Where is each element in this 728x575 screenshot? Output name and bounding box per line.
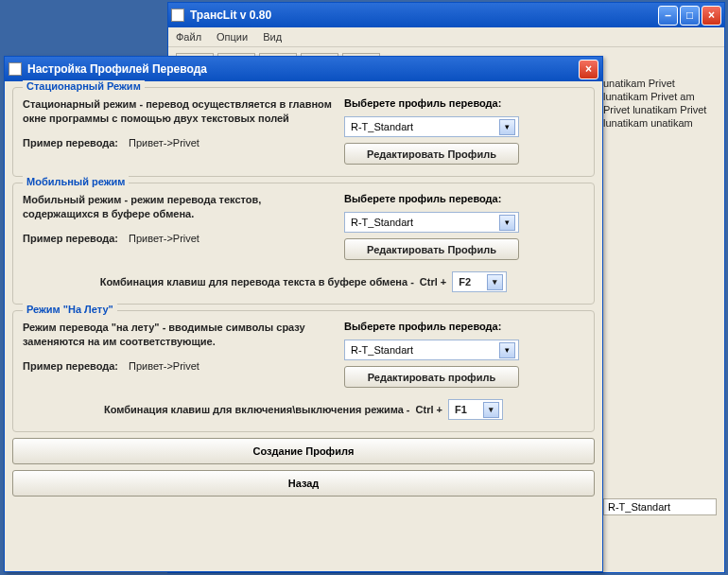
mobile-select-label: Выберете профиль перевода: [344, 193, 584, 204]
onfly-hotkey-select[interactable]: F1 ▾ [448, 399, 503, 420]
create-profile-button[interactable]: Создание Профиля [12, 438, 595, 464]
stationary-title: Стационарный Режим [23, 80, 145, 92]
close-button[interactable]: × [702, 6, 721, 26]
chevron-down-icon: ▾ [499, 342, 515, 358]
onfly-hotkey-prefix: Ctrl + [416, 404, 442, 415]
mobile-profile-select[interactable]: R-T_Standart ▾ [344, 212, 519, 233]
mobile-edit-button[interactable]: Редактировать Профиль [344, 238, 519, 260]
settings-dialog: Настройка Профилей Перевода × Стационарн… [4, 56, 603, 572]
mobile-hotkey-select[interactable]: F2 ▾ [452, 271, 507, 292]
mobile-example: Пример перевода: Привет->Privet [23, 233, 335, 244]
mobile-hotkey-label: Комбинация клавиш для перевода текста в … [100, 276, 414, 288]
main-menubar: Файл Опции Вид [168, 27, 724, 47]
menu-view[interactable]: Вид [263, 31, 282, 43]
onfly-example: Пример перевода: Привет->Privet [23, 360, 335, 372]
chevron-down-icon: ▾ [487, 274, 503, 290]
stationary-example: Пример перевода: Привет->Privet [23, 137, 335, 148]
onfly-hotkey-value: F1 [455, 404, 467, 415]
chevron-down-icon: ▾ [499, 215, 515, 231]
onfly-title: Режим "На Лету" [23, 304, 117, 315]
stationary-select-value: R-T_Standart [351, 121, 413, 132]
stationary-edit-button[interactable]: Редактировать Профиль [344, 143, 519, 165]
mobile-select-value: R-T_Standart [351, 217, 413, 228]
onfly-select-label: Выберете профиль перевода: [344, 321, 584, 332]
app-icon [171, 9, 184, 22]
onfly-edit-button[interactable]: Редактировать профиль [344, 366, 519, 388]
stationary-profile-select[interactable]: R-T_Standart ▾ [344, 116, 519, 137]
onfly-select-value: R-T_Standart [351, 344, 413, 356]
mobile-desc: Мобильный режим - режим перевода текстов… [23, 193, 335, 221]
group-onfly: Режим "На Лету" Режим перевода "на лету"… [12, 310, 595, 432]
mobile-example-label: Пример перевода: [23, 233, 118, 244]
onfly-desc: Режим перевода "на лету" - вводимые симв… [23, 321, 335, 349]
maximize-button[interactable]: □ [680, 6, 700, 26]
group-mobile: Мобильный режим Мобильный режим - режим … [12, 183, 595, 305]
stationary-desc: Стационарный режим - перевод осуществляе… [23, 97, 335, 126]
side-text: unatikam Privet lunatikam Privet am Priv… [603, 77, 717, 130]
dialog-titlebar: Настройка Профилей Перевода × [5, 57, 602, 81]
main-title: ТрансLit v 0.80 [190, 9, 658, 22]
stationary-example-label: Пример перевода: [23, 137, 118, 148]
dialog-icon [9, 62, 22, 76]
mobile-title: Мобильный режим [23, 176, 129, 187]
onfly-profile-select[interactable]: R-T_Standart ▾ [344, 340, 519, 360]
menu-file[interactable]: Файл [176, 31, 201, 43]
group-stationary: Стационарный Режим Стационарный режим - … [12, 87, 595, 177]
stationary-select-label: Выберете профиль перевода: [344, 97, 584, 109]
minimize-button[interactable]: – [658, 6, 678, 26]
onfly-hotkey-label: Комбинация клавиш для включения\выключен… [104, 404, 410, 415]
onfly-example-value: Привет->Privet [129, 360, 199, 372]
chevron-down-icon: ▾ [483, 402, 499, 418]
onfly-example-label: Пример перевода: [23, 360, 118, 372]
dialog-close-button[interactable]: × [579, 60, 598, 79]
mobile-hotkey-value: F2 [459, 276, 471, 288]
menu-options[interactable]: Опции [217, 31, 248, 43]
dialog-title: Настройка Профилей Перевода [27, 62, 579, 76]
mobile-example-value: Привет->Privet [129, 233, 199, 244]
chevron-down-icon: ▾ [499, 119, 515, 135]
back-button[interactable]: Назад [12, 470, 595, 497]
stationary-example-value: Привет->Privet [129, 137, 199, 148]
main-titlebar: ТрансLit v 0.80 – □ × [168, 3, 724, 27]
status-bar: R-T_Standart [603, 498, 717, 515]
mobile-hotkey-prefix: Ctrl + [420, 276, 446, 288]
